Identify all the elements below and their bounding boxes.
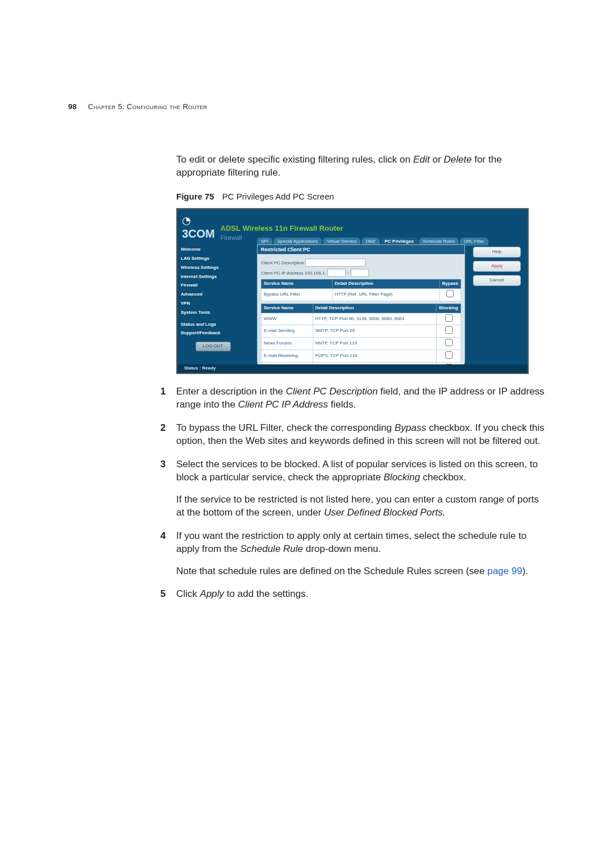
client-pc-ip-end-input[interactable] [351, 269, 369, 277]
bypass-table: Service NameDetail DescriptionBypassBypa… [261, 279, 461, 301]
intro-paragraph: To edit or delete specific existing filt… [176, 153, 546, 180]
instruction-list: 1 Enter a description in the Client PC D… [176, 385, 546, 601]
col-header: Detail Description [313, 304, 437, 313]
nav-item[interactable]: Advanced [181, 290, 245, 300]
nav-item[interactable]: Welcome [181, 246, 245, 255]
help-button[interactable]: Help [473, 247, 521, 258]
figure-caption: Figure 75 PC Privileges Add PC Screen [176, 191, 546, 202]
ip-row: Client PC IP Address 192.168.1. ~ [261, 269, 461, 277]
nav-item[interactable]: Internet Settings [181, 273, 245, 282]
nav-item[interactable]: VPN [181, 300, 245, 309]
brand-logo: 3COM [182, 226, 215, 242]
row-checkbox[interactable] [446, 290, 454, 297]
nav-item[interactable]: Status and Logs [181, 321, 245, 330]
blocking-table: Service NameDetail DescriptionBlockingWW… [261, 304, 461, 374]
table-row: Bypass URL FilterHTTP (Ref. URL Filter P… [262, 289, 461, 301]
client-pc-description-input[interactable] [305, 259, 366, 267]
page-number: 98 [68, 102, 77, 111]
screenshot: ◔ 3COM ADSL Wireless 11n Firewall Router… [176, 208, 529, 374]
nav-item[interactable]: System Tools [181, 309, 245, 318]
col-header: Blocking [437, 304, 461, 313]
col-header: Detail Description [332, 280, 439, 289]
ip-range-tilde: ~ [347, 271, 350, 276]
router-title: ADSL Wireless 11n Firewall Router [221, 223, 343, 234]
row-checkbox[interactable] [445, 351, 453, 359]
step-4: 4 If you want the restriction to apply o… [176, 530, 546, 578]
step-1: 1 Enter a description in the Client PC D… [176, 385, 546, 412]
row-checkbox[interactable] [445, 326, 453, 334]
table-row: News ForumsNNTP, TCP Port 119 [262, 338, 461, 350]
main-panel: Restricted Client PC Client PC Descripti… [257, 244, 465, 363]
nav-item[interactable]: LAN Settings [181, 255, 245, 264]
col-header: Service Name [262, 280, 333, 289]
table-row: WWWHTTP, TCP Port 80, 3128, 8000, 8080, … [262, 313, 461, 325]
ip-prefix: 192.168.1. [305, 271, 326, 276]
logout-button[interactable]: LOG OUT [196, 342, 231, 351]
row-checkbox[interactable] [445, 339, 453, 346]
cancel-button[interactable]: Cancel [473, 275, 521, 286]
nav-item[interactable]: Support/Feedback [181, 329, 245, 338]
action-buttons: Help Apply Cancel [473, 247, 521, 285]
col-header: Bypass [439, 280, 460, 289]
step-3: 3 Select the services to be blocked. A l… [176, 458, 546, 520]
status-bar: Status : Ready [177, 364, 528, 373]
row-checkbox[interactable] [445, 314, 453, 322]
page-header: 98 Chapter 5: Configuring the Router [68, 102, 208, 111]
brand-swoosh-icon: ◔ [182, 214, 215, 227]
table-row: E-mail ReceivingPOP3, TCP Port 110 [262, 350, 461, 363]
table-row: E-mail SendingSMTP, TCP Port 25 [262, 325, 461, 338]
desc-label: Client PC Description [261, 260, 304, 265]
chapter-title: Chapter 5: Configuring the Router [88, 102, 208, 111]
page-99-link[interactable]: page 99 [487, 566, 522, 576]
col-header: Service Name [262, 304, 313, 313]
step-2: 2 To bypass the URL Filter, check the co… [176, 422, 546, 448]
client-pc-ip-start-input[interactable] [327, 269, 346, 277]
apply-button[interactable]: Apply [473, 261, 521, 272]
nav-item[interactable]: Wireless Settings [181, 264, 245, 273]
desc-row: Client PC Description [261, 259, 461, 267]
panel-title: Restricted Client PC [258, 245, 464, 254]
ip-label: Client PC IP Address [261, 271, 304, 276]
left-nav: WelcomeLAN SettingsWireless SettingsInte… [177, 246, 248, 351]
step-5: 5 Click Apply to add the settings. [176, 588, 546, 601]
nav-item[interactable]: Firewall [181, 281, 245, 290]
